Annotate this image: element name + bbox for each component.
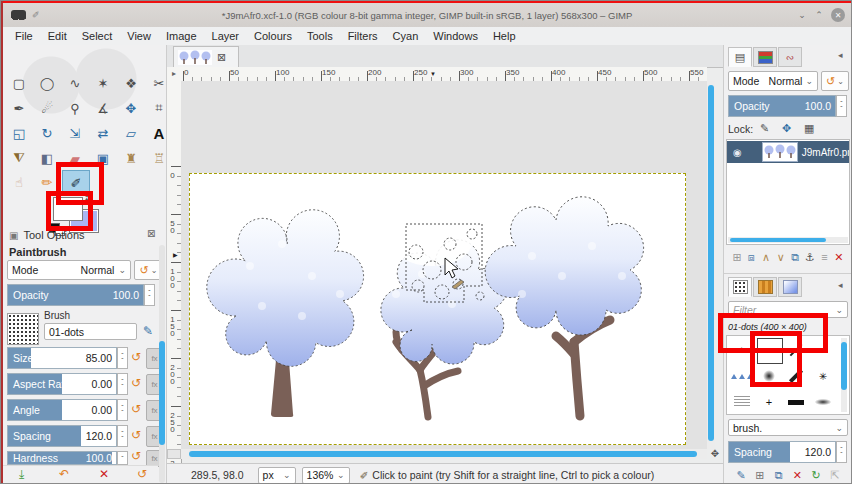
lock-move-icon[interactable]: ✥ xyxy=(782,122,791,135)
menu-image[interactable]: Image xyxy=(166,30,197,42)
spacing-slider[interactable]: Spacing 120.0 xyxy=(7,425,117,447)
save-options-icon[interactable]: ⤓ xyxy=(19,467,24,481)
spin-down-icon[interactable]: ˇ xyxy=(148,295,150,300)
horizontal-ruler[interactable]: 0 50 100 150 200 250 300 350 400 450 500… xyxy=(181,67,707,82)
menu-select[interactable]: Select xyxy=(82,30,113,42)
spin-down-icon[interactable]: ˇ xyxy=(840,106,842,111)
hardness-slider[interactable]: Hardness 100.0 xyxy=(7,451,117,465)
restore-options-icon[interactable]: ↶ xyxy=(59,467,69,481)
tab-patterns[interactable] xyxy=(753,277,777,297)
spacing-spinner[interactable]: ˆˇ xyxy=(117,425,128,447)
tool-flip[interactable]: ⇄ xyxy=(90,121,116,145)
brush-item[interactable]: ✳ xyxy=(811,364,835,388)
ruler-corner-button[interactable]: ▸ xyxy=(167,67,182,82)
brush-edit-icon[interactable]: ✎ xyxy=(143,324,153,338)
menu-cyan[interactable]: Cyan xyxy=(393,30,419,42)
dock-menu-icon[interactable]: ◂ xyxy=(838,280,843,290)
opacity-slider[interactable]: Opacity 100.0 xyxy=(7,284,144,306)
reset-options-icon[interactable]: ↺ xyxy=(137,467,147,481)
minimize-button[interactable]: ⌄ xyxy=(795,8,809,22)
tool-heal[interactable]: ▣ xyxy=(90,146,116,170)
scrollbar-thumb[interactable] xyxy=(708,85,714,441)
aspect-reset-icon[interactable]: ↺ xyxy=(131,376,141,390)
brush-spacing-slider[interactable]: Spacing 120.0 xyxy=(728,441,836,463)
canvas-image[interactable] xyxy=(189,173,686,445)
unit-combo[interactable]: px ⌄ xyxy=(258,467,296,484)
tool-rectangle-select[interactable]: ▢ xyxy=(6,71,32,95)
brush-spacing-spinner[interactable]: ˆˇ xyxy=(836,441,847,463)
spacing-reset-icon[interactable]: ↺ xyxy=(131,428,141,442)
menu-colours[interactable]: Colours xyxy=(254,30,292,42)
spin-up-icon[interactable]: ˆ xyxy=(121,456,123,461)
delete-options-icon[interactable]: ✕ xyxy=(99,467,109,481)
tab-layers[interactable]: ▤ xyxy=(728,47,752,67)
brush-item[interactable] xyxy=(784,364,808,388)
brush-item[interactable] xyxy=(784,338,808,362)
opacity-spinner[interactable]: ˆ ˇ xyxy=(144,284,155,306)
quick-mask-toggle[interactable] xyxy=(167,449,181,459)
tool-move[interactable]: ✥ xyxy=(118,96,144,120)
tool-ellipse-select[interactable]: ◯ xyxy=(34,71,60,95)
image-tab[interactable]: ⊠ xyxy=(173,46,239,67)
tool-rotate[interactable]: ↻ xyxy=(34,121,60,145)
delete-brush-button[interactable]: ✕ xyxy=(790,467,804,483)
scrollbar-thumb[interactable] xyxy=(189,451,697,457)
tool-pencil[interactable]: ✏ xyxy=(34,170,60,194)
tool-unified-transform[interactable]: ◱ xyxy=(6,121,32,145)
layer-row[interactable]: ◉ J9mAfr0.png c xyxy=(727,141,850,163)
menu-file[interactable]: File xyxy=(15,30,33,42)
menu-help[interactable]: Help xyxy=(493,30,516,42)
open-brush-button[interactable]: ⇱ xyxy=(828,467,842,483)
angle-slider[interactable]: Angle 0.00 xyxy=(7,399,117,421)
tool-bucket-fill[interactable]: ⧨ xyxy=(6,146,32,170)
paint-mode-combo[interactable]: Mode Normal ⌄ xyxy=(7,260,131,280)
lock-paint-icon[interactable]: ✎ xyxy=(760,122,769,135)
tool-paths[interactable]: ✒ xyxy=(6,96,32,120)
layer-opacity-spinner[interactable]: ˆˇ xyxy=(836,95,847,117)
spin-down-icon[interactable]: ˇ xyxy=(121,384,123,389)
tab-channels[interactable] xyxy=(753,47,777,67)
tool-zoom[interactable]: ⚲ xyxy=(62,96,88,120)
swap-colours-icon[interactable]: ⇄ xyxy=(85,193,93,203)
new-brush-button[interactable]: ⊞ xyxy=(753,467,767,483)
brush-name-field[interactable]: 01-dots xyxy=(44,323,137,340)
layer-mode-combo[interactable]: Mode Normal ⌄ xyxy=(728,71,818,91)
angle-spinner[interactable]: ˆˇ xyxy=(117,399,128,421)
lock-alpha-icon[interactable]: ▦ xyxy=(804,122,814,135)
brush-item[interactable] xyxy=(784,390,808,414)
tab-brushes[interactable] xyxy=(728,277,752,297)
tab-close-icon[interactable]: ⊠ xyxy=(217,51,226,64)
scrollbar-thumb[interactable] xyxy=(159,341,165,445)
tool-scale[interactable]: ⇲ xyxy=(62,121,88,145)
hardness-spinner[interactable]: ˆ xyxy=(117,451,128,465)
tool-gradient[interactable]: ◧ xyxy=(34,146,60,170)
vertical-ruler[interactable]: 0 50 100 150 200 250 300 ▶ xyxy=(167,81,182,463)
brush-item[interactable] xyxy=(730,390,754,414)
brush-grid[interactable]: ·˙· • ✳ + xyxy=(726,335,850,415)
aspect-spinner[interactable]: ˆˇ xyxy=(117,373,128,395)
dock-close-icon[interactable]: ⊠ xyxy=(147,228,155,239)
layer-visibility-eye-icon[interactable]: ◉ xyxy=(733,147,742,158)
spin-down-icon[interactable]: ˇ xyxy=(121,410,123,415)
foreground-colour-swatch[interactable] xyxy=(53,197,83,221)
brush-preview-button[interactable] xyxy=(7,313,39,345)
size-slider[interactable]: Size 85.00 xyxy=(7,347,117,369)
new-layer-group-button[interactable]: ⧈ xyxy=(745,249,759,265)
aspect-ratio-slider[interactable]: Aspect Ratio 0.00 xyxy=(7,373,117,395)
lower-layer-button[interactable]: ∨ xyxy=(774,249,788,265)
tool-eraser[interactable]: ▰ xyxy=(62,146,88,170)
hardness-reset-icon[interactable]: ↺ xyxy=(131,449,141,463)
tool-clone[interactable]: ♜ xyxy=(118,146,144,170)
duplicate-brush-button[interactable]: ⧉ xyxy=(772,467,786,483)
angle-reset-icon[interactable]: ↺ xyxy=(131,402,141,416)
size-spinner[interactable]: ˆˇ xyxy=(117,347,128,369)
brush-item[interactable]: ·˙· xyxy=(730,338,754,362)
brush-item[interactable] xyxy=(730,364,754,388)
tab-paths[interactable]: ∾ xyxy=(778,47,802,67)
dock-menu-icon[interactable]: ◂ xyxy=(838,50,843,60)
brush-item-01-dots[interactable] xyxy=(757,338,783,364)
tool-free-select[interactable]: ∿ xyxy=(62,71,88,95)
menu-windows[interactable]: Windows xyxy=(433,30,478,42)
brush-tag-combo[interactable]: brush. ⌄ xyxy=(728,419,848,436)
menu-layer[interactable]: Layer xyxy=(212,30,240,42)
